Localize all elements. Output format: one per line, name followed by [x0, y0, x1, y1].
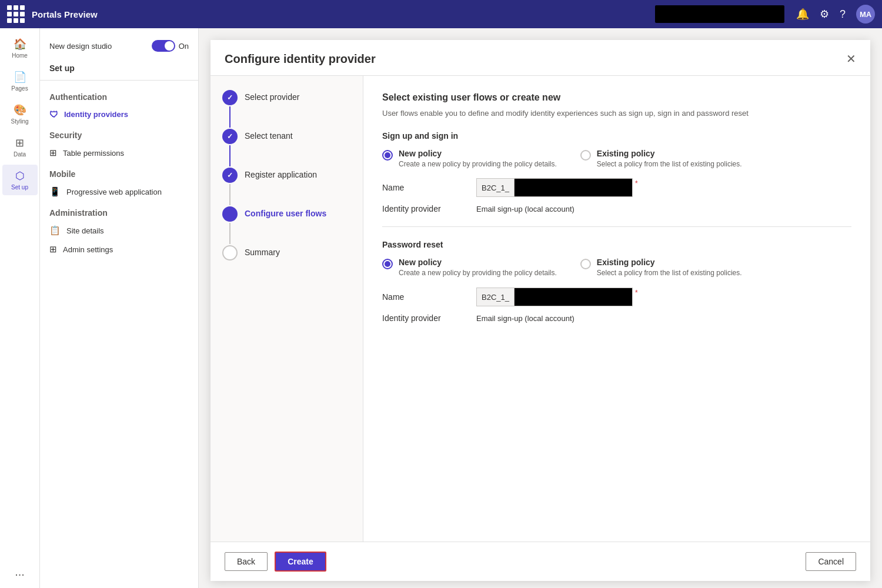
setup-section-heading: Set up	[40, 59, 198, 75]
signup-name-input-group[interactable]: B2C_1_	[476, 178, 633, 197]
sidebar-item-setup[interactable]: ⬡ Set up	[2, 165, 38, 195]
main-area: Configure identity provider ✕ ✓ Select p…	[199, 28, 882, 588]
mobile-icon: 📱	[49, 186, 61, 197]
signup-idp-value: Email sign-up (local account)	[476, 205, 574, 213]
reset-name-input-group[interactable]: B2C_1_	[476, 288, 633, 306]
search-box[interactable]	[655, 5, 784, 23]
signup-name-label: Name	[382, 183, 476, 192]
nav-admin-settings[interactable]: ⊞ Admin settings	[40, 240, 198, 259]
security-section-title: Security	[40, 123, 198, 143]
avatar[interactable]: MA	[856, 5, 875, 24]
nav-admin-settings-label: Admin settings	[63, 245, 113, 254]
gear-icon[interactable]: ⚙	[820, 8, 829, 21]
content-panel: Select existing user flows or create new…	[363, 76, 870, 542]
create-button[interactable]: Create	[275, 552, 326, 572]
sidebar-item-styling[interactable]: 🎨 Styling	[2, 99, 38, 129]
bell-icon[interactable]: 🔔	[796, 8, 809, 21]
reset-new-policy-radio[interactable]	[382, 259, 393, 269]
mobile-section-title: Mobile	[40, 162, 198, 182]
step-select-tenant: ✓ Select tenant	[222, 129, 351, 168]
help-icon[interactable]: ?	[840, 8, 846, 21]
password-reset-section-title: Password reset	[382, 240, 851, 249]
nav-identity-providers[interactable]: 🛡 Identity providers	[40, 105, 198, 123]
signup-idp-label: Identity provider	[382, 204, 476, 213]
sidebar-item-data[interactable]: ⊞ Data	[2, 132, 38, 162]
reset-idp-label: Identity provider	[382, 313, 476, 323]
waffle-menu[interactable]	[7, 5, 25, 23]
content-description: User flows enable you to define and modi…	[382, 108, 851, 119]
step-circle-5	[222, 245, 238, 260]
step-circle-3: ✓	[222, 168, 238, 183]
step-label-5: Summary	[245, 245, 280, 257]
new-design-label: New design studio	[49, 42, 112, 51]
close-icon[interactable]: ✕	[846, 52, 856, 66]
signup-idp-field-row: Identity provider Email sign-up (local a…	[382, 204, 851, 213]
signup-new-policy-label: New policy	[399, 149, 557, 158]
signup-name-required: *	[635, 179, 638, 188]
step-configure-user-flows: Configure user flows	[222, 206, 351, 245]
design-studio-toggle-row: New design studio On	[40, 38, 198, 59]
dialog: Configure identity provider ✕ ✓ Select p…	[211, 40, 870, 581]
sidebar-item-pages[interactable]: 📄 Pages	[2, 66, 38, 96]
reset-existing-policy-desc: Select a policy from the list of existin…	[597, 268, 742, 278]
dialog-footer: Back Create Cancel	[211, 542, 870, 581]
admin-settings-icon: ⊞	[49, 244, 57, 255]
signup-name-input[interactable]	[514, 179, 632, 196]
reset-name-label: Name	[382, 292, 476, 302]
step-label-1: Select provider	[245, 90, 299, 102]
pages-icon: 📄	[14, 71, 26, 83]
nav-progressive-web-app-label: Progressive web application	[66, 188, 162, 196]
reset-new-policy-option[interactable]: New policy Create a new policy by provid…	[382, 258, 557, 278]
reset-new-policy-desc: Create a new policy by providing the pol…	[399, 268, 557, 278]
cancel-button[interactable]: Cancel	[806, 552, 856, 571]
toggle-knob	[165, 41, 174, 51]
sidebar-item-home[interactable]: 🏠 Home	[2, 33, 38, 64]
reset-existing-policy-radio[interactable]	[580, 259, 591, 269]
nav-identity-providers-label: Identity providers	[64, 110, 128, 119]
signup-existing-policy-radio[interactable]	[580, 150, 591, 161]
signup-name-field-row: Name B2C_1_ *	[382, 178, 851, 197]
reset-existing-policy-label: Existing policy	[597, 258, 742, 267]
reset-existing-policy-option[interactable]: Existing policy Select a policy from the…	[580, 258, 742, 278]
step-line-1	[229, 106, 230, 128]
signup-name-prefix: B2C_1_	[477, 179, 514, 196]
reset-name-prefix: B2C_1_	[477, 288, 514, 306]
nav-table-permissions[interactable]: ⊞ Table permissions	[40, 143, 198, 162]
nav-progressive-web-app[interactable]: 📱 Progressive web application	[40, 182, 198, 201]
dialog-body: ✓ Select provider ✓ Select tenant	[211, 76, 870, 542]
reset-idp-value: Email sign-up (local account)	[476, 314, 574, 323]
signup-existing-policy-option[interactable]: Existing policy Select a policy from the…	[580, 149, 742, 169]
step-circle-1: ✓	[222, 90, 238, 105]
more-options-icon[interactable]: ···	[15, 567, 25, 588]
dialog-header: Configure identity provider ✕	[211, 40, 870, 76]
step-register-application: ✓ Register application	[222, 168, 351, 206]
topbar-icons: 🔔 ⚙ ? MA	[796, 5, 875, 24]
signup-policy-row: New policy Create a new policy by provid…	[382, 149, 851, 169]
divider-1	[40, 80, 198, 81]
step-summary: Summary	[222, 245, 351, 260]
reset-name-input[interactable]	[514, 288, 632, 306]
nav-site-details-label: Site details	[66, 226, 104, 235]
nav-table-permissions-label: Table permissions	[63, 149, 124, 158]
reset-policy-row: New policy Create a new policy by provid…	[382, 258, 851, 278]
new-design-toggle[interactable]: On	[152, 40, 189, 52]
nav-site-details[interactable]: 📋 Site details	[40, 221, 198, 240]
toggle-control[interactable]	[152, 40, 175, 52]
steps-panel: ✓ Select provider ✓ Select tenant	[211, 76, 363, 542]
step-line-4	[229, 223, 230, 244]
signup-new-policy-option[interactable]: New policy Create a new policy by provid…	[382, 149, 557, 169]
step-line-3	[229, 184, 230, 205]
reset-new-policy-label: New policy	[399, 258, 557, 267]
signup-new-policy-radio[interactable]	[382, 150, 393, 161]
toggle-state-label: On	[179, 42, 189, 51]
home-icon: 🏠	[14, 38, 26, 51]
admin-section-title: Administration	[40, 201, 198, 221]
data-icon: ⊞	[15, 136, 24, 149]
step-label-4: Configure user flows	[245, 206, 326, 218]
back-button[interactable]: Back	[225, 552, 268, 571]
site-details-icon: 📋	[49, 225, 61, 236]
content-heading: Select existing user flows or create new	[382, 92, 851, 103]
dialog-title: Configure identity provider	[225, 52, 376, 66]
signup-existing-policy-desc: Select a policy from the list of existin…	[597, 159, 742, 169]
signup-existing-policy-label: Existing policy	[597, 149, 742, 158]
